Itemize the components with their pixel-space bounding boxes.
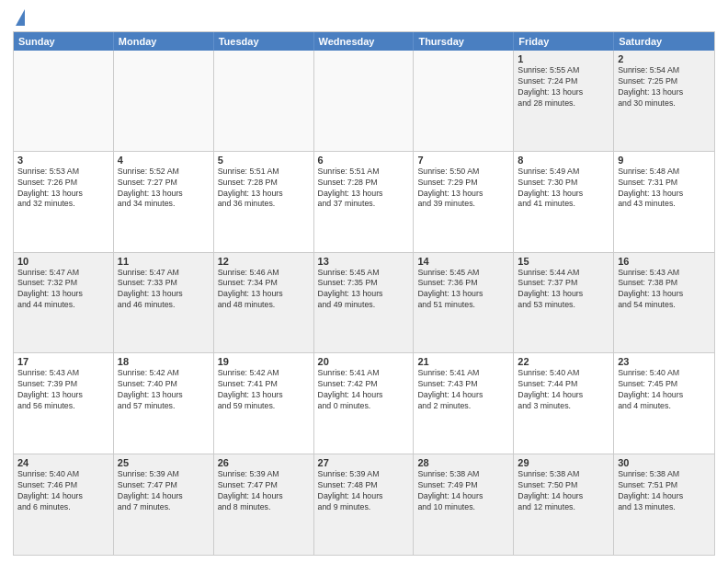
header-cell-monday: Monday <box>114 32 214 51</box>
day-info: Sunrise: 5:43 AM Sunset: 7:38 PM Dayligh… <box>618 268 711 312</box>
calendar-cell: 30Sunrise: 5:38 AM Sunset: 7:51 PM Dayli… <box>614 454 714 555</box>
day-info: Sunrise: 5:47 AM Sunset: 7:32 PM Dayligh… <box>17 268 109 312</box>
calendar-cell: 18Sunrise: 5:42 AM Sunset: 7:40 PM Dayli… <box>114 353 214 454</box>
calendar-cell <box>414 51 514 151</box>
calendar: SundayMondayTuesdayWednesdayThursdayFrid… <box>13 31 715 556</box>
day-number: 19 <box>218 356 310 367</box>
calendar-cell: 27Sunrise: 5:39 AM Sunset: 7:48 PM Dayli… <box>314 454 415 555</box>
calendar-cell <box>214 51 314 151</box>
day-number: 22 <box>518 356 609 367</box>
calendar-row-2: 10Sunrise: 5:47 AM Sunset: 7:32 PM Dayli… <box>14 252 714 353</box>
logo <box>13 13 25 26</box>
day-number: 17 <box>17 356 109 367</box>
calendar-cell: 23Sunrise: 5:40 AM Sunset: 7:45 PM Dayli… <box>614 353 714 454</box>
calendar-header: SundayMondayTuesdayWednesdayThursdayFrid… <box>14 32 714 51</box>
day-info: Sunrise: 5:42 AM Sunset: 7:41 PM Dayligh… <box>218 368 310 412</box>
day-number: 27 <box>318 457 410 468</box>
day-number: 29 <box>518 457 609 468</box>
day-number: 30 <box>618 457 711 468</box>
header <box>13 9 715 26</box>
calendar-cell: 20Sunrise: 5:41 AM Sunset: 7:42 PM Dayli… <box>314 353 415 454</box>
calendar-cell: 5Sunrise: 5:51 AM Sunset: 7:28 PM Daylig… <box>214 152 314 252</box>
calendar-cell: 26Sunrise: 5:39 AM Sunset: 7:47 PM Dayli… <box>214 454 314 555</box>
day-number: 21 <box>417 356 509 367</box>
day-number: 11 <box>118 256 210 267</box>
day-number: 1 <box>518 53 609 64</box>
day-info: Sunrise: 5:46 AM Sunset: 7:34 PM Dayligh… <box>218 268 310 312</box>
day-info: Sunrise: 5:43 AM Sunset: 7:39 PM Dayligh… <box>17 368 109 412</box>
calendar-cell: 2Sunrise: 5:54 AM Sunset: 7:25 PM Daylig… <box>614 51 714 151</box>
day-number: 13 <box>318 256 410 267</box>
day-info: Sunrise: 5:39 AM Sunset: 7:47 PM Dayligh… <box>118 469 210 513</box>
calendar-cell: 9Sunrise: 5:48 AM Sunset: 7:31 PM Daylig… <box>614 152 714 252</box>
calendar-cell <box>314 51 415 151</box>
calendar-cell <box>14 51 114 151</box>
calendar-cell: 24Sunrise: 5:40 AM Sunset: 7:46 PM Dayli… <box>14 454 114 555</box>
day-info: Sunrise: 5:41 AM Sunset: 7:42 PM Dayligh… <box>318 368 410 412</box>
header-cell-saturday: Saturday <box>614 32 714 51</box>
day-number: 4 <box>118 155 210 166</box>
calendar-cell: 6Sunrise: 5:51 AM Sunset: 7:28 PM Daylig… <box>314 152 415 252</box>
calendar-cell: 3Sunrise: 5:53 AM Sunset: 7:26 PM Daylig… <box>14 152 114 252</box>
header-cell-wednesday: Wednesday <box>314 32 415 51</box>
day-number: 26 <box>218 457 310 468</box>
day-number: 18 <box>118 356 210 367</box>
day-info: Sunrise: 5:44 AM Sunset: 7:37 PM Dayligh… <box>518 268 609 312</box>
day-info: Sunrise: 5:50 AM Sunset: 7:29 PM Dayligh… <box>417 167 509 211</box>
day-number: 10 <box>17 256 109 267</box>
day-number: 25 <box>118 457 210 468</box>
day-info: Sunrise: 5:54 AM Sunset: 7:25 PM Dayligh… <box>618 65 711 109</box>
day-info: Sunrise: 5:40 AM Sunset: 7:46 PM Dayligh… <box>17 469 109 513</box>
calendar-cell: 10Sunrise: 5:47 AM Sunset: 7:32 PM Dayli… <box>14 253 114 353</box>
day-number: 7 <box>417 155 509 166</box>
day-number: 3 <box>17 155 109 166</box>
calendar-cell: 11Sunrise: 5:47 AM Sunset: 7:33 PM Dayli… <box>114 253 214 353</box>
day-info: Sunrise: 5:45 AM Sunset: 7:36 PM Dayligh… <box>417 268 509 312</box>
day-number: 16 <box>618 256 711 267</box>
day-number: 15 <box>518 256 609 267</box>
calendar-cell: 16Sunrise: 5:43 AM Sunset: 7:38 PM Dayli… <box>614 253 714 353</box>
calendar-body: 1Sunrise: 5:55 AM Sunset: 7:24 PM Daylig… <box>14 51 714 555</box>
day-number: 14 <box>417 256 509 267</box>
calendar-row-1: 3Sunrise: 5:53 AM Sunset: 7:26 PM Daylig… <box>14 151 714 252</box>
day-info: Sunrise: 5:38 AM Sunset: 7:50 PM Dayligh… <box>518 469 609 513</box>
calendar-cell: 8Sunrise: 5:49 AM Sunset: 7:30 PM Daylig… <box>514 152 614 252</box>
calendar-cell: 22Sunrise: 5:40 AM Sunset: 7:44 PM Dayli… <box>514 353 614 454</box>
calendar-cell: 12Sunrise: 5:46 AM Sunset: 7:34 PM Dayli… <box>214 253 314 353</box>
calendar-cell: 7Sunrise: 5:50 AM Sunset: 7:29 PM Daylig… <box>414 152 514 252</box>
header-cell-tuesday: Tuesday <box>214 32 314 51</box>
calendar-cell: 13Sunrise: 5:45 AM Sunset: 7:35 PM Dayli… <box>314 253 415 353</box>
day-info: Sunrise: 5:51 AM Sunset: 7:28 PM Dayligh… <box>318 167 410 211</box>
day-number: 28 <box>417 457 509 468</box>
calendar-cell: 25Sunrise: 5:39 AM Sunset: 7:47 PM Dayli… <box>114 454 214 555</box>
day-info: Sunrise: 5:55 AM Sunset: 7:24 PM Dayligh… <box>518 65 609 109</box>
day-info: Sunrise: 5:38 AM Sunset: 7:51 PM Dayligh… <box>618 469 711 513</box>
day-number: 23 <box>618 356 711 367</box>
calendar-row-3: 17Sunrise: 5:43 AM Sunset: 7:39 PM Dayli… <box>14 352 714 454</box>
calendar-cell: 1Sunrise: 5:55 AM Sunset: 7:24 PM Daylig… <box>514 51 614 151</box>
header-cell-thursday: Thursday <box>414 32 514 51</box>
calendar-cell: 28Sunrise: 5:38 AM Sunset: 7:49 PM Dayli… <box>414 454 514 555</box>
day-info: Sunrise: 5:49 AM Sunset: 7:30 PM Dayligh… <box>518 167 609 211</box>
calendar-cell: 21Sunrise: 5:41 AM Sunset: 7:43 PM Dayli… <box>414 353 514 454</box>
calendar-cell: 14Sunrise: 5:45 AM Sunset: 7:36 PM Dayli… <box>414 253 514 353</box>
calendar-row-0: 1Sunrise: 5:55 AM Sunset: 7:24 PM Daylig… <box>14 51 714 151</box>
day-info: Sunrise: 5:42 AM Sunset: 7:40 PM Dayligh… <box>118 368 210 412</box>
day-number: 12 <box>218 256 310 267</box>
header-cell-friday: Friday <box>514 32 614 51</box>
day-number: 20 <box>318 356 410 367</box>
day-info: Sunrise: 5:40 AM Sunset: 7:44 PM Dayligh… <box>518 368 609 412</box>
day-info: Sunrise: 5:40 AM Sunset: 7:45 PM Dayligh… <box>618 368 711 412</box>
calendar-cell: 19Sunrise: 5:42 AM Sunset: 7:41 PM Dayli… <box>214 353 314 454</box>
day-info: Sunrise: 5:45 AM Sunset: 7:35 PM Dayligh… <box>318 268 410 312</box>
day-number: 5 <box>218 155 310 166</box>
calendar-cell: 15Sunrise: 5:44 AM Sunset: 7:37 PM Dayli… <box>514 253 614 353</box>
day-number: 2 <box>618 53 711 64</box>
calendar-cell <box>114 51 214 151</box>
day-info: Sunrise: 5:48 AM Sunset: 7:31 PM Dayligh… <box>618 167 711 211</box>
day-info: Sunrise: 5:39 AM Sunset: 7:48 PM Dayligh… <box>318 469 410 513</box>
calendar-cell: 29Sunrise: 5:38 AM Sunset: 7:50 PM Dayli… <box>514 454 614 555</box>
day-number: 8 <box>518 155 609 166</box>
day-info: Sunrise: 5:41 AM Sunset: 7:43 PM Dayligh… <box>417 368 509 412</box>
calendar-cell: 4Sunrise: 5:52 AM Sunset: 7:27 PM Daylig… <box>114 152 214 252</box>
